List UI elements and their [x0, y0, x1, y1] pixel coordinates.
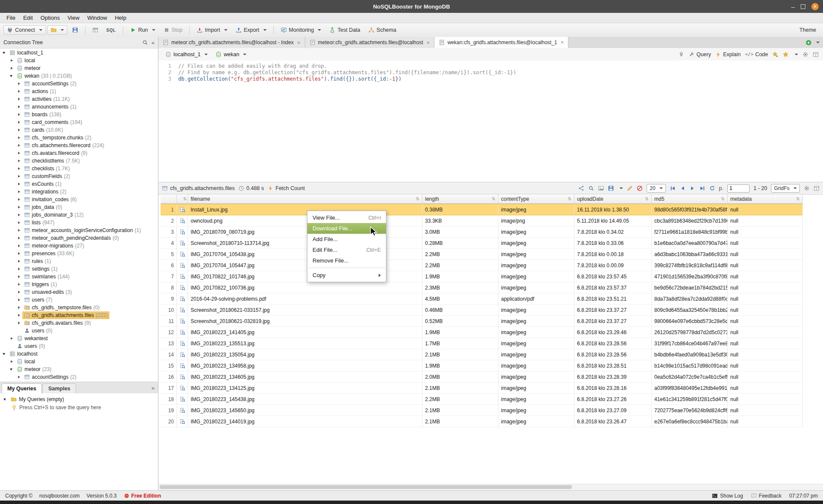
tree-item-jobs_dominator_3[interactable]: jobs_dominator_3(12) — [0, 211, 158, 219]
tree-item-wekan[interactable]: wekan(33 | 0.21GB) — [0, 72, 158, 80]
column-header-contentType[interactable]: contentType⇅ — [498, 194, 574, 203]
cell-contentType[interactable]: image/jpeg — [498, 282, 574, 293]
view-mode-select[interactable]: GridFs — [771, 184, 800, 193]
cell-filename[interactable]: Screenshot_20180710-113714.jpg — [188, 238, 422, 248]
expander-icon[interactable] — [17, 244, 21, 248]
menu-item-add-file-[interactable]: Add File... — [307, 234, 386, 244]
row-preview-cell[interactable] — [177, 204, 188, 215]
row-preview-cell[interactable] — [177, 327, 188, 338]
table-row[interactable]: 2owncloud.png33.3KBimage/png5.11.2018 kl… — [161, 215, 803, 226]
tree-item-esCounts[interactable]: esCounts(1) — [0, 180, 158, 188]
tree-item-cards[interactable]: cards(10.8K) — [0, 126, 158, 134]
tree-item-meteor[interactable]: meteor(23) — [0, 365, 158, 373]
open-recent-button[interactable] — [47, 25, 67, 35]
menu-edit[interactable]: Edit — [19, 13, 36, 23]
tree-item-wekantest[interactable]: wekantest — [0, 335, 158, 342]
tab-close-icon[interactable]: × — [561, 39, 564, 45]
save-button[interactable] — [69, 25, 82, 35]
expander-icon[interactable] — [17, 236, 21, 240]
expander-icon[interactable] — [17, 220, 21, 225]
more-tabs-icon[interactable]: » — [152, 385, 155, 391]
cell-uploadDate[interactable]: 16.11.2018 klo 1.38.50 — [574, 204, 652, 215]
cell-filename[interactable]: 2016-04-29-solving-problems.pdf — [188, 293, 422, 304]
menu-item-edit-file-[interactable]: Edit File...Ctrl+E — [307, 244, 386, 255]
editor-tab[interactable]: wekan:cfs_gridfs.attachments.files@local… — [434, 37, 568, 48]
cell-uploadDate[interactable]: 6.8.2018 klo 23.27.09 — [574, 405, 652, 416]
cell-md5[interactable]: f2711e9661a1818e848c91bf99b — [652, 226, 728, 237]
cell-metadata[interactable]: null — [728, 204, 803, 215]
first-page-button[interactable] — [670, 185, 676, 191]
table-row[interactable]: 13IMG_20180223_135513.jpg1.7MBimage/jpeg… — [161, 338, 803, 349]
tree-item-swimlanes[interactable]: swimlanes(144) — [0, 273, 158, 281]
cell-metadata[interactable]: null — [728, 416, 803, 427]
menu-item-remove-file-[interactable]: Remove File... — [307, 255, 386, 266]
tree-item-checklistItems[interactable]: checklistItems(7.5K) — [0, 157, 158, 165]
query-button[interactable]: Query — [689, 51, 711, 57]
schema-button[interactable]: Schema — [365, 25, 400, 35]
menu-item-download-file-[interactable]: Download File... — [307, 223, 386, 234]
edit-icon[interactable] — [627, 185, 633, 191]
cell-uploadDate[interactable]: 6.8.2018 klo 23.28.56 — [574, 349, 652, 360]
cell-length[interactable]: 1.9MB — [422, 271, 498, 282]
close-button[interactable]: ✕ — [811, 3, 819, 10]
tree-item-presences[interactable]: presences(33.6K) — [0, 250, 158, 257]
tree-item-cfs_gridfs.avatars.files[interactable]: cfs_gridfs.avatars.files(9) — [0, 319, 158, 327]
expander-icon[interactable] — [10, 336, 14, 341]
cell-md5[interactable]: 809c9d6455aa325450e78b1bb2 — [652, 305, 728, 315]
explain-button[interactable]: Explain — [715, 51, 741, 57]
scrollbar-thumb[interactable] — [160, 485, 572, 489]
cell-uploadDate[interactable]: 5.11.2018 klo 14.49.05 — [574, 215, 652, 226]
cell-length[interactable]: 3.0MB — [422, 226, 498, 237]
cell-filename[interactable]: IMG_20180223_141405.jpg — [188, 327, 422, 338]
table-row[interactable]: 12IMG_20180223_141405.jpg1.9MBimage/jpeg… — [161, 327, 803, 338]
cell-uploadDate[interactable]: 6.8.2018 klo 23.26.47 — [574, 416, 652, 427]
expander-icon[interactable] — [10, 66, 14, 70]
row-preview-cell[interactable] — [177, 238, 188, 248]
cell-length[interactable]: 0.28MB — [422, 238, 498, 248]
tree-item-localhost_1[interactable]: localhost_1 — [0, 49, 158, 57]
row-preview-cell[interactable] — [177, 371, 188, 382]
test-data-button[interactable]: Test Data — [326, 25, 364, 35]
last-page-button[interactable] — [699, 185, 705, 191]
tree-item-cfs_gridfs._tempstore.files[interactable]: cfs_gridfs._tempstore.files(0) — [0, 304, 158, 311]
cell-contentType[interactable]: image/jpeg — [498, 249, 574, 260]
tree-item-local[interactable]: local — [0, 57, 158, 64]
cell-length[interactable]: 1.9MB — [422, 327, 498, 338]
cell-md5[interactable]: 399c8274fbfb19c818c9af114df8 — [652, 260, 728, 271]
cell-length[interactable]: 33.3KB — [422, 215, 498, 226]
tree-item-actions[interactable]: actions(1) — [0, 88, 158, 95]
fetch-count-button[interactable]: Fetch Count — [267, 185, 305, 191]
import-button[interactable]: Import — [193, 25, 231, 35]
expander-icon[interactable] — [10, 58, 14, 63]
tab-samples[interactable]: Samples — [43, 383, 76, 393]
cell-uploadDate[interactable]: 6.8.2018 klo 23.37.27 — [574, 316, 652, 326]
expander-icon[interactable] — [17, 213, 21, 217]
cell-uploadDate[interactable]: 6.8.2018 klo 23.37.27 — [574, 305, 652, 315]
row-preview-cell[interactable] — [177, 316, 188, 326]
cell-metadata[interactable]: null — [728, 249, 803, 260]
cell-length[interactable]: 1.9MB — [422, 360, 498, 371]
cell-length[interactable]: 0.38MB — [422, 204, 498, 215]
cell-metadata[interactable]: null — [728, 327, 803, 338]
cell-md5[interactable]: 31f99f17cb864ce04b467a97ee8 — [652, 338, 728, 349]
tab-close-icon[interactable]: × — [297, 39, 301, 46]
expander-icon[interactable] — [17, 89, 21, 94]
column-header-uploadDate[interactable]: uploadDate⇅ — [574, 194, 652, 203]
cell-uploadDate[interactable]: 7.8.2018 klo 0.00.09 — [574, 260, 652, 271]
expander-icon[interactable] — [17, 81, 21, 86]
cell-uploadDate[interactable]: 6.8.2018 klo 23.57.45 — [574, 271, 652, 282]
expander-icon[interactable] — [17, 205, 21, 209]
expander-icon[interactable] — [10, 367, 14, 371]
cell-metadata[interactable]: null — [728, 349, 803, 360]
cell-md5[interactable]: b4bdb6e4faed0a909ba13e5df30 — [652, 349, 728, 360]
row-preview-cell[interactable] — [177, 305, 188, 315]
new-tab-icon[interactable] — [805, 39, 812, 46]
expander-icon[interactable] — [17, 182, 21, 186]
expander-icon[interactable] — [17, 136, 21, 140]
column-header-index[interactable] — [161, 194, 177, 203]
table-row[interactable]: 8IMG_20170822_100736.jpg2.3MBimage/jpeg6… — [161, 282, 803, 293]
expander-icon[interactable] — [17, 190, 21, 194]
cell-uploadDate[interactable]: 6.8.2018 klo 23.28.56 — [574, 338, 652, 349]
expander-icon[interactable] — [17, 151, 21, 155]
row-preview-cell[interactable] — [177, 416, 188, 427]
